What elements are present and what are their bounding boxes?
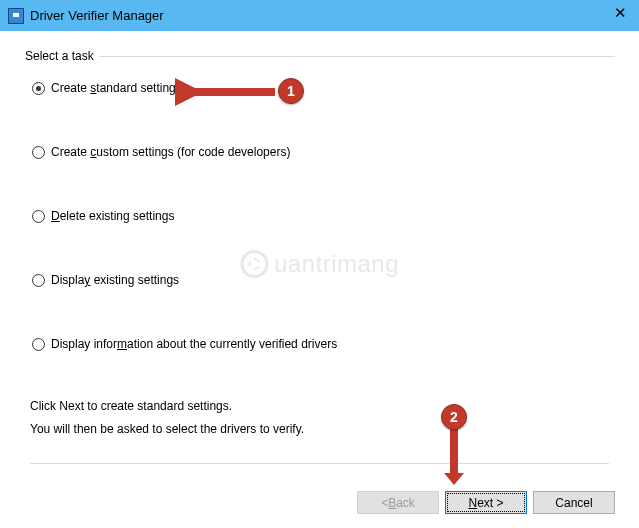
annotation-badge-2: 2 <box>441 404 467 430</box>
radio-label: Delete existing settings <box>51 209 174 223</box>
content-area: Select a task Create standard settings C… <box>0 31 639 464</box>
radio-create-custom[interactable]: Create custom settings (for code develop… <box>32 145 607 159</box>
close-icon[interactable]: ✕ <box>614 5 627 20</box>
back-button: < Back <box>357 491 439 514</box>
task-group: Select a task Create standard settings C… <box>24 49 615 389</box>
cancel-button[interactable]: Cancel <box>533 491 615 514</box>
hint-line-1: Click Next to create standard settings. <box>30 395 615 418</box>
radio-label: Display existing settings <box>51 273 179 287</box>
watermark-icon <box>240 250 268 278</box>
radio-create-standard[interactable]: Create standard settings <box>32 81 607 95</box>
button-bar: < Back Next > Cancel <box>357 491 615 514</box>
radio-label: Create custom settings (for code develop… <box>51 145 290 159</box>
radio-display-info[interactable]: Display information about the currently … <box>32 337 607 351</box>
watermark-text: uantrimang <box>274 250 399 278</box>
radio-delete-existing[interactable]: Delete existing settings <box>32 209 607 223</box>
separator <box>30 463 609 464</box>
watermark: uantrimang <box>240 250 399 278</box>
group-legend: Select a task <box>20 49 99 63</box>
app-icon <box>8 8 24 24</box>
window-title: Driver Verifier Manager <box>30 8 164 23</box>
annotation-badge-1: 1 <box>278 78 304 104</box>
hint-line-2: You will then be asked to select the dri… <box>30 418 615 441</box>
radio-label: Display information about the currently … <box>51 337 337 351</box>
next-button[interactable]: Next > <box>445 491 527 514</box>
radio-area: Create standard settings Create custom s… <box>24 63 615 389</box>
titlebar: Driver Verifier Manager ✕ <box>0 0 639 31</box>
radio-label: Create standard settings <box>51 81 182 95</box>
hint-text: Click Next to create standard settings. … <box>24 389 615 441</box>
